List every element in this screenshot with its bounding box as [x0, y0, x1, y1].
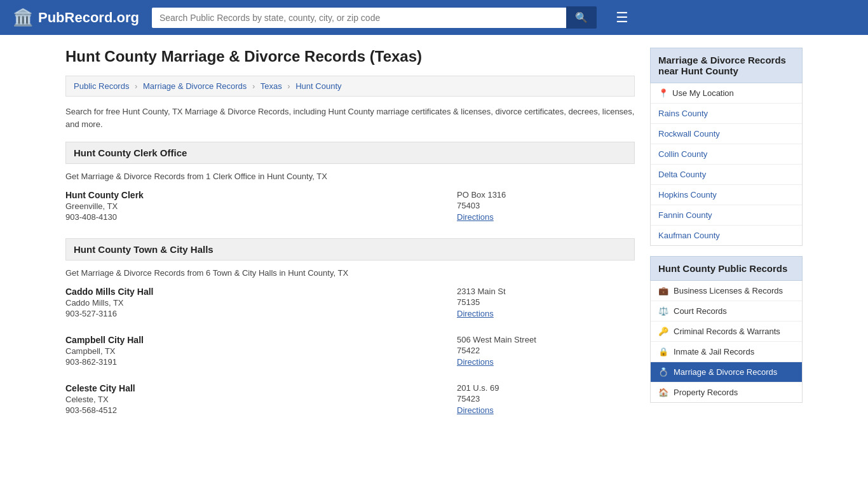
clerk-entry-0: Hunt County Clerk Greenville, TX 903-408… [65, 190, 635, 226]
sidebar-nearby-title: Marriage & Divorce Records near Hunt Cou… [650, 48, 803, 83]
breadcrumb: Public Records › Marriage & Divorce Reco… [65, 76, 635, 97]
breadcrumb-sep-1: › [135, 81, 137, 91]
record-criminal-label: Criminal Records & Warrants [674, 327, 780, 336]
record-court-label: Court Records [674, 306, 727, 316]
sidebar-item-collin[interactable]: Collin County [651, 144, 802, 165]
search-area: 🔍 [152, 6, 597, 29]
sidebar-item-delta[interactable]: Delta County [651, 165, 802, 185]
sidebar-nearby-section: Marriage & Divorce Records near Hunt Cou… [650, 48, 803, 246]
delta-county-label: Delta County [658, 170, 706, 179]
business-icon: 💼 [658, 286, 668, 295]
cityhall-2-phone: 903-568-4512 [65, 405, 431, 415]
cityhall-0-directions[interactable]: Directions [457, 309, 494, 318]
property-icon: 🏠 [658, 388, 668, 397]
sidebar-record-criminal[interactable]: 🔑 Criminal Records & Warrants [651, 322, 802, 342]
cityhall-2-zip: 75423 [457, 394, 635, 403]
logo-text: PubRecord.org [38, 10, 139, 26]
record-marriage-label: Marriage & Divorce Records [674, 367, 777, 377]
hopkins-county-label: Hopkins County [658, 190, 717, 200]
breadcrumb-marriage-records[interactable]: Marriage & Divorce Records [143, 81, 247, 91]
breadcrumb-hunt-county[interactable]: Hunt County [295, 81, 341, 91]
cityhall-1-address: 506 West Main Street [457, 335, 635, 344]
clerk-directions[interactable]: Directions [457, 212, 494, 222]
sidebar-record-marriage[interactable]: 💍 Marriage & Divorce Records [651, 362, 802, 383]
section-desc-clerk: Get Marriage & Divorce Records from 1 Cl… [65, 172, 635, 181]
breadcrumb-sep-2: › [252, 81, 255, 91]
sidebar-use-location[interactable]: 📍 Use My Location [651, 83, 802, 104]
inmate-icon: 🔒 [658, 347, 668, 356]
rockwall-county-label: Rockwall County [658, 129, 720, 139]
sidebar-item-rains[interactable]: Rains County [651, 104, 802, 124]
cityhall-0-name: Caddo Mills City Hall [65, 287, 431, 297]
fannin-county-label: Fannin County [658, 210, 712, 220]
menu-button[interactable]: ☰ [616, 10, 628, 26]
court-icon: ⚖️ [658, 306, 668, 316]
sidebar-nearby-list: 📍 Use My Location Rains County Rockwall … [650, 83, 803, 246]
search-icon: 🔍 [575, 12, 588, 23]
rains-county-label: Rains County [658, 109, 708, 118]
site-header: 🏛️ PubRecord.org 🔍 ☰ [0, 0, 868, 35]
sidebar-item-hopkins[interactable]: Hopkins County [651, 185, 802, 205]
cityhall-2-name: Celeste City Hall [65, 383, 431, 393]
clerk-city: Greenville, TX [65, 201, 431, 211]
page-title: Hunt County Marriage & Divorce Records (… [65, 48, 635, 65]
cityhall-entry-1: Campbell City Hall Campbell, TX 903-862-… [65, 335, 635, 370]
section-header-cityhalls-text: Hunt County Town & City Halls [74, 244, 214, 255]
cityhall-1-name: Campbell City Hall [65, 335, 431, 345]
cityhall-0-phone: 903-527-3116 [65, 309, 431, 318]
cityhall-1-directions[interactable]: Directions [457, 357, 494, 367]
breadcrumb-texas[interactable]: Texas [261, 81, 282, 91]
criminal-icon: 🔑 [658, 327, 668, 336]
menu-icon: ☰ [616, 10, 628, 25]
cityhall-0-address: 2313 Main St [457, 287, 635, 296]
main-container: Hunt County Marriage & Divorce Records (… [53, 35, 815, 444]
sidebar: Marriage & Divorce Records near Hunt Cou… [650, 48, 803, 431]
cityhall-2-directions[interactable]: Directions [457, 405, 494, 415]
sidebar-records-title: Hunt County Public Records [650, 256, 803, 281]
kaufman-county-label: Kaufman County [658, 231, 720, 240]
sidebar-item-kaufman[interactable]: Kaufman County [651, 226, 802, 245]
cityhall-entry-2: Celeste City Hall Celeste, TX 903-568-45… [65, 383, 635, 419]
sidebar-records-list: 💼 Business Licenses & Records ⚖️ Court R… [650, 281, 803, 403]
sidebar-record-business[interactable]: 💼 Business Licenses & Records [651, 281, 802, 301]
record-business-label: Business Licenses & Records [674, 286, 783, 295]
cityhall-2-city: Celeste, TX [65, 395, 431, 404]
sidebar-record-court[interactable]: ⚖️ Court Records [651, 301, 802, 322]
cityhall-1-zip: 75422 [457, 346, 635, 355]
sidebar-item-fannin[interactable]: Fannin County [651, 205, 802, 226]
section-desc-cityhalls: Get Marriage & Divorce Records from 6 To… [65, 268, 635, 278]
main-content: Hunt County Marriage & Divorce Records (… [65, 48, 635, 431]
section-header-clerk: Hunt County Clerk Office [65, 142, 635, 164]
collin-county-label: Collin County [658, 149, 707, 159]
clerk-address: PO Box 1316 [457, 190, 635, 200]
sidebar-item-rockwall[interactable]: Rockwall County [651, 124, 802, 144]
sidebar-record-inmate[interactable]: 🔒 Inmate & Jail Records [651, 342, 802, 362]
sidebar-record-property[interactable]: 🏠 Property Records [651, 383, 802, 402]
breadcrumb-sep-3: › [287, 81, 290, 91]
logo-icon: 🏛️ [13, 8, 33, 27]
site-logo[interactable]: 🏛️ PubRecord.org [13, 8, 139, 27]
search-input[interactable] [152, 8, 566, 28]
sidebar-records-section: Hunt County Public Records 💼 Business Li… [650, 256, 803, 403]
location-pin-icon: 📍 [658, 88, 668, 98]
use-location-label: Use My Location [672, 88, 734, 98]
clerk-zip: 75403 [457, 201, 635, 210]
clerk-phone: 903-408-4130 [65, 212, 431, 222]
cityhall-entry-0: Caddo Mills City Hall Caddo Mills, TX 90… [65, 287, 635, 322]
record-inmate-label: Inmate & Jail Records [674, 347, 754, 356]
cityhall-0-city: Caddo Mills, TX [65, 298, 431, 308]
cityhall-2-address: 201 U.s. 69 [457, 383, 635, 393]
clerk-name: Hunt County Clerk [65, 190, 431, 200]
marriage-icon: 💍 [658, 367, 668, 377]
search-button[interactable]: 🔍 [566, 6, 597, 29]
section-header-cityhalls: Hunt County Town & City Halls [65, 238, 635, 261]
cityhall-1-phone: 903-862-3191 [65, 357, 431, 367]
record-property-label: Property Records [674, 388, 738, 397]
breadcrumb-public-records[interactable]: Public Records [74, 81, 129, 91]
cityhall-1-city: Campbell, TX [65, 346, 431, 356]
cityhall-0-zip: 75135 [457, 297, 635, 307]
section-header-clerk-text: Hunt County Clerk Office [74, 147, 187, 158]
page-description: Search for free Hunt County, TX Marriage… [65, 105, 635, 130]
